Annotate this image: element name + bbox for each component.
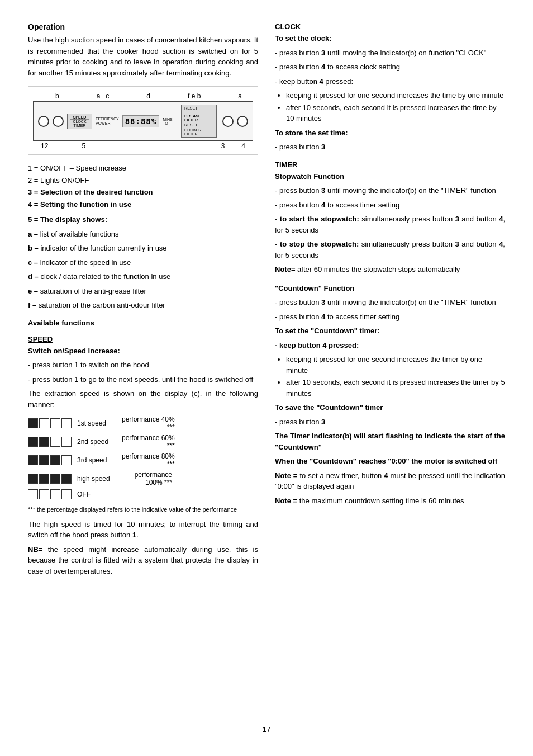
sq-1-1 — [28, 418, 38, 428]
sq-3-2 — [39, 455, 49, 465]
speed-row-1: 1st speed performance 40%*** — [28, 415, 258, 431]
countdown-heading: "Countdown" Function — [275, 283, 505, 294]
speed-extraction-note: The extraction speed is shown on the dis… — [28, 388, 258, 410]
countdown-section: "Countdown" Function - press button 3 un… — [275, 283, 505, 507]
cd-bold-note-2: When the "Countdown" reaches "0:00" the … — [275, 456, 505, 467]
operation-title: Operation — [28, 22, 258, 31]
cd-set-heading: To set the "Countdown" timer: — [275, 325, 505, 337]
speed-sub-heading: Switch on/Speed increase: — [28, 346, 258, 357]
speed-section: SPEED Switch on/Speed increase: - press … — [28, 335, 258, 577]
button-3[interactable] — [222, 116, 234, 127]
panel-power: POWER — [96, 121, 119, 125]
clock-bullets: keeping it pressed for one second increa… — [286, 90, 505, 124]
display-f: f – saturation of the carbon anti-odour … — [28, 300, 258, 311]
cd-note-1: Note = to set a new timer, button 4 must… — [275, 470, 505, 492]
speed-inst-2: - press button 1 to go to the next speed… — [28, 374, 258, 385]
sq-h-2 — [39, 474, 49, 484]
clock-store-inst: - press button 3 — [275, 141, 505, 153]
panel-timer: TIMER — [70, 124, 89, 127]
display-d: d – clock / data related to the function… — [28, 271, 258, 282]
speed-row-2: 2nd speed performance 60%*** — [28, 434, 258, 450]
speed-label-3: 3rd speed — [77, 456, 116, 464]
speed-row-3: 3rd speed performance 80%*** — [28, 452, 258, 468]
stopwatch-section: Stopwatch Function - press button 3 unti… — [275, 171, 505, 275]
speed-row-off: OFF — [28, 489, 258, 499]
clock-store-heading: To store the set time: — [275, 127, 505, 139]
sq-o-2 — [39, 489, 49, 499]
cd-bullets: keeping it pressed for one second increa… — [286, 354, 505, 399]
squares-3 — [28, 455, 72, 465]
cd-save-heading: To save the "Countdown" timer — [275, 402, 505, 413]
panel-speed: SPEED — [70, 115, 89, 120]
squares-high — [28, 474, 72, 484]
label-feb: f e b — [188, 92, 201, 100]
sq-2-1 — [28, 437, 38, 447]
button-2[interactable] — [53, 116, 64, 127]
available-functions-section: Available functions — [28, 319, 258, 327]
page-number: 17 — [28, 725, 505, 734]
label-d: d — [146, 92, 150, 100]
sq-3-4 — [61, 455, 72, 465]
operation-section: Operation Use the high suction speed in … — [28, 22, 258, 78]
sq-2-2 — [39, 437, 49, 447]
cooker-filter-label: COOKER FILTER — [184, 128, 213, 136]
cd-bullet-2: after 10 seconds, each second it is pres… — [286, 377, 505, 399]
sw-inst-2: - press button 4 to access timer setting — [275, 200, 505, 211]
clock-inst-3: - keep button 4 pressed: — [275, 76, 505, 87]
sq-o-3 — [50, 489, 60, 499]
sq-2-4 — [61, 437, 72, 447]
timer-section: TIMER Stopwatch Function - press button … — [275, 160, 505, 507]
cd-inst-2: - press button 4 to access timer setting — [275, 311, 505, 323]
speed-label-high: high speed — [77, 475, 116, 483]
clock-sub-heading: To set the clock: — [275, 33, 505, 44]
cd-bold-note-1: The Timer indicator(b) will start flashi… — [275, 431, 505, 452]
display-b: b – indicator of the function currently … — [28, 243, 258, 254]
sq-o-1 — [28, 489, 38, 499]
sq-3-1 — [28, 455, 38, 465]
timer-heading: TIMER — [275, 160, 505, 169]
right-column: CLOCK To set the clock: - press button 3… — [275, 22, 505, 714]
reset2-label: RESET — [184, 123, 213, 127]
sq-3-3 — [50, 455, 60, 465]
button-1[interactable] — [38, 116, 49, 127]
sq-1-2 — [39, 418, 49, 428]
speed-label-2: 2nd speed — [77, 438, 116, 446]
label-b1: b — [55, 92, 59, 100]
speed-inst-1: - press button 1 to switch on the hood — [28, 360, 258, 371]
sw-note: Note= after 60 minutes the stopwatch sto… — [275, 264, 505, 275]
display-shows-title: 5 = The display shows: — [28, 214, 258, 225]
label-ac: a c — [97, 92, 110, 100]
clock-inst-1: - press button 3 until moving the indica… — [275, 48, 505, 59]
perf-3: performance 80%*** — [122, 452, 175, 468]
label-a2: a — [238, 92, 242, 100]
squares-1 — [28, 418, 72, 428]
cd-save-inst: - press button 3 — [275, 417, 505, 428]
reset-label: RESET — [184, 106, 197, 110]
nb-note: NB= the speed might increase automatical… — [28, 544, 258, 577]
button-4[interactable] — [237, 116, 248, 127]
perf-high: performance100% *** — [122, 471, 172, 486]
cd-inst-1: - press button 3 until moving the indica… — [275, 297, 505, 308]
sq-1-3 — [50, 418, 60, 428]
cd-keep: - keep button 4 pressed: — [275, 340, 505, 351]
display-a: a – list of available functions — [28, 229, 258, 240]
panel-clock: CLOCK — [70, 120, 89, 124]
left-column: Operation Use the high suction speed in … — [28, 22, 258, 714]
display-c: c – indicator of the speed in use — [28, 257, 258, 268]
num-5: 5 — [82, 142, 85, 150]
numbered-list: 1 = ON/OFF – Speed increase 2 = Lights O… — [28, 163, 258, 210]
clock-bullet-1: keeping it pressed for one second increa… — [286, 90, 505, 101]
display-e: e – saturation of the anti-grease filter — [28, 286, 258, 297]
perf-2: performance 60%*** — [122, 434, 175, 450]
display-shows-section: 5 = The display shows: a – list of avail… — [28, 214, 258, 311]
operation-body: Use the high suction speed in cases of c… — [28, 35, 258, 78]
speed-table: 1st speed performance 40%*** 2nd speed p… — [28, 415, 258, 499]
display: 88:88% — [122, 115, 160, 127]
sw-inst-1: - press button 3 until moving the indica… — [275, 185, 505, 196]
page: Operation Use the high suction speed in … — [0, 0, 533, 756]
mins-to: MINS TO — [163, 117, 178, 125]
speed-heading: SPEED — [28, 335, 258, 343]
sq-h-4 — [61, 474, 72, 484]
item-4: 4 = Setting the function in use — [28, 199, 258, 210]
item-1: 1 = ON/OFF – Speed increase — [28, 163, 258, 174]
